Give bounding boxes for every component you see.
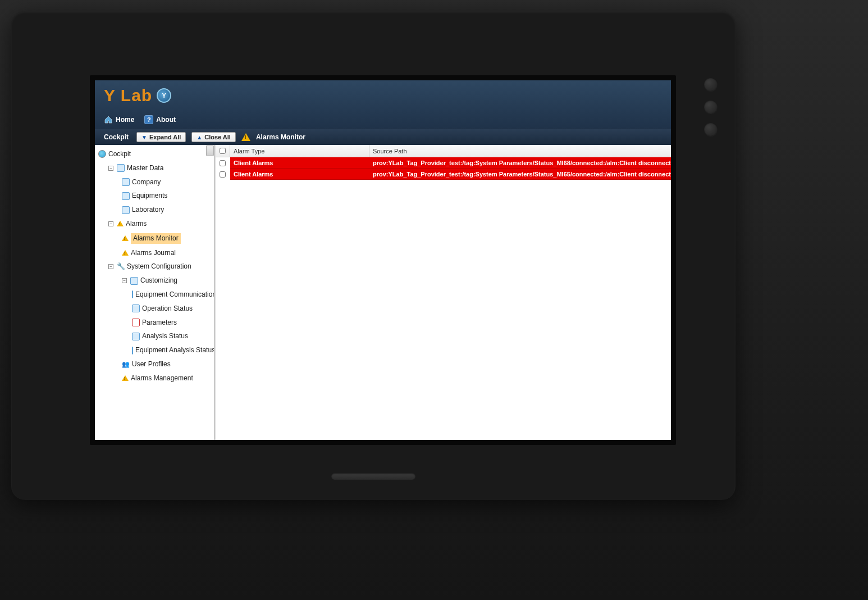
tree-user-profiles[interactable]: 👥 User Profiles (97, 357, 213, 371)
breadcrumb: Alarms Monitor (256, 133, 305, 141)
row-checkbox[interactable] (220, 171, 226, 178)
nav-home-label: Home (116, 116, 134, 124)
sidebar: Cockpit − Master Data Company Equipments (95, 145, 214, 440)
close-all-label: Close All (204, 134, 231, 140)
warning-icon (117, 221, 124, 226)
logo-badge-icon: Y (157, 88, 171, 103)
app-screen: Y Lab Y Home ? About Cockpit ▼ (90, 75, 676, 445)
expander-icon[interactable]: − (108, 221, 113, 226)
tree-equip-comm[interactable]: Equipment Communications (97, 288, 213, 302)
tree-op-status[interactable]: Operation Status (97, 302, 213, 316)
table-header: Alarm Type Source Path (216, 145, 671, 157)
tree-master-data[interactable]: − Master Data (97, 161, 213, 175)
tree-company[interactable]: Company (97, 175, 213, 189)
tree-equip-analysis[interactable]: Equipment Analysis Status (97, 343, 213, 357)
tree-equipments[interactable]: Equipments (97, 189, 213, 203)
tree-label: System Configuration (127, 262, 191, 271)
toolbar: Cockpit ▼ Expand All ▲ Close All Alarms … (95, 129, 671, 145)
row-checkbox[interactable] (220, 160, 226, 166)
folder-icon (117, 164, 125, 172)
globe-icon (98, 150, 106, 158)
tree-label: Company (132, 178, 161, 187)
header-checkbox-cell (216, 145, 230, 157)
folder-icon (132, 290, 133, 298)
wrench-icon: 🔧 (117, 263, 125, 271)
folder-icon (132, 333, 140, 340)
tree-label: Equipment Analysis Status (135, 346, 214, 355)
tree-label: Alarms Journal (131, 248, 176, 258)
tree-alarms-monitor[interactable]: Alarms Monitor (97, 231, 213, 246)
chevron-up-icon: ▲ (197, 134, 202, 140)
logo: Y Lab Y (104, 86, 662, 105)
warning-icon (241, 133, 250, 141)
row-checkbox-cell (216, 169, 230, 180)
tree-label: Equipment Communications (135, 290, 214, 299)
tree-label: Laboratory (132, 205, 164, 215)
chevron-down-icon: ▼ (141, 134, 147, 140)
tree-label: Alarms Monitor (131, 233, 181, 244)
form-icon (132, 319, 140, 326)
tablet-button-2[interactable] (704, 100, 718, 113)
app-body: Cockpit − Master Data Company Equipments (95, 145, 671, 440)
folder-icon (130, 277, 138, 285)
cell-source-path: prov:YLab_Tag_Provider_test:/tag:System … (369, 157, 671, 169)
folder-icon (132, 304, 140, 312)
expander-icon[interactable]: − (108, 166, 113, 171)
tablet-button-3[interactable] (704, 122, 718, 136)
tree-label: Operation Status (142, 304, 193, 313)
table-row[interactable]: Client Alarms prov:YLab_Tag_Provider_tes… (216, 157, 671, 169)
toolbar-label: Cockpit (104, 133, 129, 141)
tree-label: Customizing (140, 276, 177, 285)
table-row[interactable]: Client Alarms prov:YLab_Tag_Provider_tes… (216, 169, 671, 180)
warning-icon (122, 250, 129, 256)
tree-label: Equipments (132, 191, 167, 201)
tablet-side-buttons (704, 78, 718, 136)
nav-home[interactable]: Home (104, 115, 134, 124)
nav-about[interactable]: ? About (144, 115, 176, 124)
cell-alarm-type: Client Alarms (230, 157, 369, 169)
row-checkbox-cell (216, 157, 230, 169)
cell-source-path: prov:YLab_Tag_Provider_test:/tag:System … (369, 169, 671, 180)
tablet-button-1[interactable] (704, 78, 718, 91)
tree-label: Master Data (127, 163, 163, 173)
tree-label: Alarms Management (131, 374, 193, 383)
expand-all-button[interactable]: ▼ Expand All (136, 132, 186, 142)
tree-system-config[interactable]: − 🔧 System Configuration (97, 260, 213, 274)
tree-label: Cockpit (108, 149, 131, 159)
folder-icon (122, 178, 130, 186)
tree-label: Alarms (126, 219, 147, 229)
tree-parameters[interactable]: Parameters (97, 316, 213, 330)
tablet-home-bar[interactable] (331, 473, 415, 480)
tree-alarms[interactable]: − Alarms (97, 217, 213, 231)
home-icon (104, 115, 113, 124)
column-alarm-type[interactable]: Alarm Type (230, 145, 369, 157)
tree-alarms-mgmt[interactable]: Alarms Management (97, 371, 213, 385)
column-source-path[interactable]: Source Path (369, 145, 671, 157)
cell-alarm-type: Client Alarms (230, 169, 369, 180)
expander-icon[interactable]: − (108, 264, 113, 269)
tree-laboratory[interactable]: Laboratory (97, 203, 213, 217)
tree-label: Analysis Status (142, 331, 188, 341)
logo-text: Y Lab (104, 86, 152, 105)
expand-all-label: Expand All (149, 134, 181, 140)
nav-bar: Home ? About (104, 115, 662, 124)
close-all-button[interactable]: ▲ Close All (191, 132, 236, 142)
tree-label: User Profiles (132, 360, 171, 369)
tablet-frame: Y Lab Y Home ? About Cockpit ▼ (11, 11, 735, 500)
tree-label: Parameters (142, 318, 177, 328)
warning-icon (122, 235, 129, 241)
tree-customizing[interactable]: − Customizing (97, 274, 213, 288)
tree-alarms-journal[interactable]: Alarms Journal (97, 246, 213, 260)
tree-root-cockpit[interactable]: Cockpit (97, 147, 213, 161)
users-icon: 👥 (122, 360, 130, 368)
folder-icon (122, 206, 130, 214)
scrollbar-handle[interactable] (206, 145, 214, 156)
warning-icon (122, 375, 129, 381)
content-panel: Alarm Type Source Path Client Alarms pro… (214, 145, 671, 440)
expander-icon[interactable]: − (122, 278, 127, 283)
about-icon: ? (144, 115, 153, 124)
nav-about-label: About (156, 116, 176, 124)
tree-analysis-status[interactable]: Analysis Status (97, 329, 213, 343)
folder-icon (132, 347, 133, 354)
select-all-checkbox[interactable] (220, 148, 226, 154)
